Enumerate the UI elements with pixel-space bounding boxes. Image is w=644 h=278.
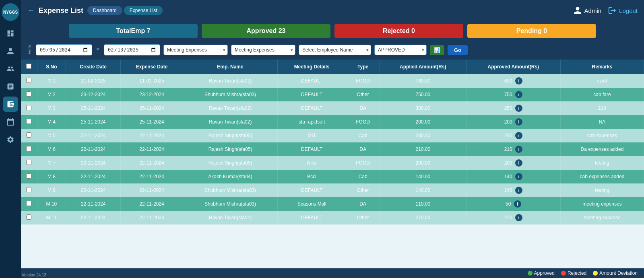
row-checkbox[interactable] <box>26 105 31 110</box>
expense-table-container: S.No Create Date Expense Date Emp. Name … <box>21 60 644 268</box>
row-checkbox[interactable] <box>26 187 31 192</box>
sidebar-item-profile[interactable] <box>3 43 18 59</box>
breadcrumb-dashboard[interactable]: Dashboard <box>87 6 122 15</box>
row-checkbox[interactable] <box>26 146 31 151</box>
info-icon[interactable]: i <box>515 132 522 139</box>
row-checkbox[interactable] <box>26 214 31 220</box>
excel-export-button[interactable]: 📊 <box>430 45 444 55</box>
row-checkbox[interactable] <box>26 119 31 124</box>
page-title: Expense List <box>39 6 83 15</box>
row-expense-date: 25-11-2024 <box>120 115 183 129</box>
info-icon[interactable]: i <box>514 200 521 208</box>
row-checkbox[interactable] <box>26 160 31 165</box>
meeting-type-select[interactable]: Meeting Expenses <box>231 45 295 55</box>
row-applied-amount: 110.00 <box>380 197 466 211</box>
sidebar-item-reports[interactable] <box>3 79 18 94</box>
stat-pending: Pending 0 <box>467 24 596 38</box>
row-checkbox[interactable] <box>26 201 31 206</box>
row-emp-name: Shubhum Mishra(sfa03) <box>183 183 278 197</box>
row-approved-amount: 140 i <box>466 183 560 197</box>
row-expense-date: 22-11-2024 <box>120 170 183 183</box>
legend-approved-label: Approved <box>534 270 555 276</box>
row-create-date: 22-11-2024 <box>66 197 121 211</box>
sidebar-item-dashboard[interactable] <box>3 26 18 41</box>
row-checkbox-cell <box>21 183 37 197</box>
status-select[interactable]: APPROVED REJECTED PENDING <box>374 45 427 55</box>
table-row: M 2 23-12-2024 23-12-2024 Shubhum Mishra… <box>21 88 644 101</box>
row-approved-amount: 230 i <box>466 129 560 142</box>
to-date-input[interactable] <box>104 44 160 56</box>
row-create-date: 22-11-2024 <box>66 156 121 170</box>
row-applied-amount: 750.00 <box>380 88 466 101</box>
row-type: Other <box>346 88 380 101</box>
row-checkbox[interactable] <box>26 78 31 83</box>
col-create-date: Create Date <box>66 60 121 74</box>
col-type: Type <box>346 60 380 74</box>
row-type: FOOD <box>346 156 380 170</box>
row-type: DA <box>346 101 380 115</box>
row-approved-amount: 50 i <box>466 197 560 211</box>
row-create-date: 25-11-2024 <box>66 101 121 115</box>
legend-deviation: Amount Deviation <box>593 270 638 276</box>
row-sno: M 7 <box>37 156 66 170</box>
row-sno: M 4 <box>37 115 66 129</box>
expense-type-select[interactable]: Expense Type Meeting Expenses <box>163 45 228 55</box>
row-create-date: 22-11-2024 <box>66 183 121 197</box>
row-checkbox-cell <box>21 74 37 88</box>
info-icon[interactable]: i <box>515 187 522 194</box>
row-checkbox-cell <box>21 170 37 183</box>
info-icon[interactable]: i <box>515 173 522 180</box>
table-row: M 8 22-11-2024 22-11-2024 Akash Kumar(sf… <box>21 170 644 183</box>
breadcrumb-expense-list[interactable]: Expense List <box>124 6 163 15</box>
info-icon[interactable]: i <box>515 118 522 126</box>
row-approved-amount: 270 i <box>466 211 560 224</box>
legend-rejected: Rejected <box>561 270 586 276</box>
row-checkbox[interactable] <box>26 132 31 138</box>
employee-wrap: Select Employee Name <box>299 45 371 55</box>
info-icon[interactable]: i <box>515 77 522 84</box>
row-applied-amount: 140.00 <box>380 183 466 197</box>
row-expense-date: 25-11-2024 <box>120 101 183 115</box>
sidebar-item-expenses[interactable] <box>3 97 18 112</box>
row-checkbox[interactable] <box>26 91 31 97</box>
info-icon[interactable]: i <box>515 159 522 167</box>
row-remarks: vzvd <box>560 74 644 88</box>
row-sno: M 3 <box>37 101 66 115</box>
info-icon[interactable]: i <box>515 105 522 112</box>
row-meeting-details: Bcci <box>278 170 346 183</box>
row-remarks: meeting expenses <box>560 197 644 211</box>
sidebar-item-users[interactable] <box>3 61 18 76</box>
info-icon[interactable]: i <box>515 214 522 221</box>
info-icon[interactable]: i <box>515 146 522 153</box>
row-emp-name: Ravan Tiwari(sfa02) <box>183 211 278 224</box>
go-button[interactable]: Go <box>448 45 468 55</box>
row-meeting-details: DEFAULT <box>278 88 346 101</box>
sidebar-item-settings[interactable] <box>3 132 18 147</box>
row-applied-amount: 300.00 <box>380 101 466 115</box>
stat-approved: Approved 23 <box>202 24 330 38</box>
select-all-checkbox[interactable] <box>26 64 31 69</box>
row-meeting-details: DEFAULT <box>278 211 346 224</box>
row-sno: M 2 <box>37 88 66 101</box>
row-expense-date: 23-12-2024 <box>120 88 183 101</box>
row-remarks: NA <box>560 115 644 129</box>
logout-button[interactable]: Logout <box>608 6 638 15</box>
admin-user: Admin <box>573 6 602 15</box>
row-approved-amount: 140 i <box>466 170 560 183</box>
col-expense-date: Expense Date <box>120 60 183 74</box>
row-emp-name: Ravan Tiwari(sfa02) <box>183 115 278 129</box>
from-date-input[interactable] <box>36 44 92 56</box>
col-sno: S.No <box>37 60 66 74</box>
sidebar-item-calendar[interactable] <box>3 114 18 130</box>
footer-legend: Approved Rejected Amount Deviation <box>21 268 644 278</box>
row-sno: M 1 <box>37 74 66 88</box>
legend-deviation-label: Amount Deviation <box>599 270 638 276</box>
row-checkbox-cell <box>21 142 37 156</box>
info-icon[interactable]: i <box>515 91 522 98</box>
row-sno: M 5 <box>37 129 66 142</box>
legend-approved-dot <box>528 271 533 276</box>
employee-select[interactable]: Select Employee Name <box>299 45 371 55</box>
row-applied-amount: 210.00 <box>380 142 466 156</box>
row-checkbox[interactable] <box>26 173 31 179</box>
back-button[interactable]: ← <box>27 6 35 15</box>
